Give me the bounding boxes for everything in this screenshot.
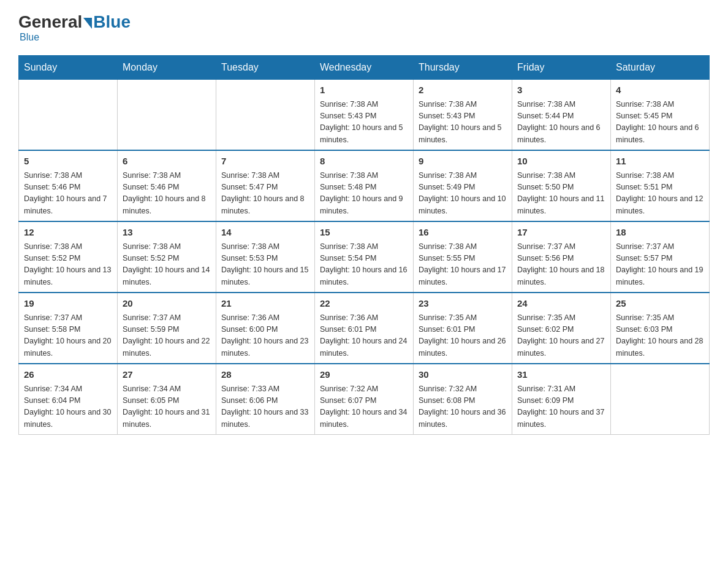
day-info: Sunrise: 7:38 AMSunset: 5:44 PMDaylight:… [517,99,605,147]
day-number: 4 [616,83,704,98]
day-number: 9 [419,155,507,169]
calendar-cell: 20Sunrise: 7:37 AMSunset: 5:59 PMDayligh… [118,293,216,364]
day-info: Sunrise: 7:34 AMSunset: 6:05 PMDaylight:… [123,383,211,431]
calendar-cell: 10Sunrise: 7:38 AMSunset: 5:50 PMDayligh… [512,150,611,221]
logo-arrow-icon [83,18,92,29]
calendar-cell: 8Sunrise: 7:38 AMSunset: 5:48 PMDaylight… [315,150,414,221]
day-number: 30 [419,368,507,382]
calendar-cell: 3Sunrise: 7:38 AMSunset: 5:44 PMDaylight… [512,80,611,151]
calendar-cell: 2Sunrise: 7:38 AMSunset: 5:43 PMDaylight… [414,80,512,151]
calendar-cell: 19Sunrise: 7:37 AMSunset: 5:58 PMDayligh… [19,293,118,364]
day-info: Sunrise: 7:32 AMSunset: 6:07 PMDaylight:… [320,383,408,431]
calendar-cell: 16Sunrise: 7:38 AMSunset: 5:55 PMDayligh… [414,221,512,293]
calendar-cell: 21Sunrise: 7:36 AMSunset: 6:00 PMDayligh… [216,293,315,364]
col-header-monday: Monday [118,56,216,80]
day-number: 31 [517,368,605,382]
day-info: Sunrise: 7:37 AMSunset: 5:57 PMDaylight:… [616,241,704,289]
day-info: Sunrise: 7:38 AMSunset: 5:52 PMDaylight:… [123,241,211,289]
day-info: Sunrise: 7:35 AMSunset: 6:02 PMDaylight:… [517,312,605,360]
day-info: Sunrise: 7:33 AMSunset: 6:06 PMDaylight:… [221,383,309,431]
calendar-cell: 25Sunrise: 7:35 AMSunset: 6:03 PMDayligh… [611,293,710,364]
calendar-cell: 22Sunrise: 7:36 AMSunset: 6:01 PMDayligh… [315,293,414,364]
day-number: 3 [517,83,605,98]
day-info: Sunrise: 7:34 AMSunset: 6:04 PMDaylight:… [24,383,112,431]
calendar-cell: 15Sunrise: 7:38 AMSunset: 5:54 PMDayligh… [315,221,414,293]
calendar-cell: 28Sunrise: 7:33 AMSunset: 6:06 PMDayligh… [216,364,315,435]
day-number: 17 [517,226,605,240]
calendar-cell: 7Sunrise: 7:38 AMSunset: 5:47 PMDaylight… [216,150,315,221]
calendar-table: SundayMondayTuesdayWednesdayThursdayFrid… [18,55,710,435]
day-info: Sunrise: 7:38 AMSunset: 5:43 PMDaylight:… [320,99,408,147]
calendar-cell: 18Sunrise: 7:37 AMSunset: 5:57 PMDayligh… [611,221,710,293]
day-number: 21 [221,297,309,311]
col-header-thursday: Thursday [414,56,512,80]
day-number: 7 [221,155,309,169]
calendar-cell [611,364,710,435]
col-header-wednesday: Wednesday [315,56,414,80]
day-info: Sunrise: 7:35 AMSunset: 6:01 PMDaylight:… [419,312,507,360]
calendar-cell: 12Sunrise: 7:38 AMSunset: 5:52 PMDayligh… [19,221,118,293]
calendar-cell [216,80,315,151]
day-info: Sunrise: 7:38 AMSunset: 5:52 PMDaylight:… [24,241,112,289]
day-number: 11 [616,155,704,169]
calendar-cell: 13Sunrise: 7:38 AMSunset: 5:52 PMDayligh… [118,221,216,293]
day-number: 27 [123,368,211,382]
calendar-cell: 11Sunrise: 7:38 AMSunset: 5:51 PMDayligh… [611,150,710,221]
calendar-cell [118,80,216,151]
day-info: Sunrise: 7:35 AMSunset: 6:03 PMDaylight:… [616,312,704,360]
day-info: Sunrise: 7:37 AMSunset: 5:58 PMDaylight:… [24,312,112,360]
col-header-friday: Friday [512,56,611,80]
day-info: Sunrise: 7:38 AMSunset: 5:47 PMDaylight:… [221,170,309,218]
day-info: Sunrise: 7:32 AMSunset: 6:08 PMDaylight:… [419,383,507,431]
calendar-cell: 14Sunrise: 7:38 AMSunset: 5:53 PMDayligh… [216,221,315,293]
day-info: Sunrise: 7:38 AMSunset: 5:48 PMDaylight:… [320,170,408,218]
day-info: Sunrise: 7:38 AMSunset: 5:43 PMDaylight:… [419,99,507,147]
day-info: Sunrise: 7:31 AMSunset: 6:09 PMDaylight:… [517,383,605,431]
calendar-cell: 24Sunrise: 7:35 AMSunset: 6:02 PMDayligh… [512,293,611,364]
day-number: 20 [123,297,211,311]
day-info: Sunrise: 7:38 AMSunset: 5:55 PMDaylight:… [419,241,507,289]
day-number: 15 [320,226,408,240]
day-number: 22 [320,297,408,311]
col-header-tuesday: Tuesday [216,56,315,80]
calendar-cell: 9Sunrise: 7:38 AMSunset: 5:49 PMDaylight… [414,150,512,221]
day-number: 2 [419,83,507,98]
calendar-cell: 29Sunrise: 7:32 AMSunset: 6:07 PMDayligh… [315,364,414,435]
day-number: 18 [616,226,704,240]
calendar-cell: 5Sunrise: 7:38 AMSunset: 5:46 PMDaylight… [19,150,118,221]
day-info: Sunrise: 7:36 AMSunset: 6:00 PMDaylight:… [221,312,309,360]
day-number: 8 [320,155,408,169]
col-header-sunday: Sunday [19,56,118,80]
calendar-cell: 30Sunrise: 7:32 AMSunset: 6:08 PMDayligh… [414,364,512,435]
day-number: 29 [320,368,408,382]
day-info: Sunrise: 7:38 AMSunset: 5:46 PMDaylight:… [123,170,211,218]
day-number: 16 [419,226,507,240]
day-number: 24 [517,297,605,311]
day-info: Sunrise: 7:38 AMSunset: 5:50 PMDaylight:… [517,170,605,218]
day-number: 12 [24,226,112,240]
calendar-cell: 1Sunrise: 7:38 AMSunset: 5:43 PMDaylight… [315,80,414,151]
day-info: Sunrise: 7:38 AMSunset: 5:51 PMDaylight:… [616,170,704,218]
day-number: 13 [123,226,211,240]
col-header-saturday: Saturday [611,56,710,80]
day-number: 14 [221,226,309,240]
day-info: Sunrise: 7:38 AMSunset: 5:49 PMDaylight:… [419,170,507,218]
page-header: General Blue Blue [18,12,710,43]
calendar-cell: 4Sunrise: 7:38 AMSunset: 5:45 PMDaylight… [611,80,710,151]
day-info: Sunrise: 7:37 AMSunset: 5:59 PMDaylight:… [123,312,211,360]
day-number: 10 [517,155,605,169]
logo-blue-text: Blue [93,12,131,32]
day-info: Sunrise: 7:38 AMSunset: 5:45 PMDaylight:… [616,99,704,147]
calendar-cell: 23Sunrise: 7:35 AMSunset: 6:01 PMDayligh… [414,293,512,364]
day-number: 28 [221,368,309,382]
logo-subtitle: Blue [20,32,39,43]
day-number: 23 [419,297,507,311]
day-info: Sunrise: 7:37 AMSunset: 5:56 PMDaylight:… [517,241,605,289]
calendar-cell: 17Sunrise: 7:37 AMSunset: 5:56 PMDayligh… [512,221,611,293]
day-number: 26 [24,368,112,382]
calendar-cell [19,80,118,151]
day-info: Sunrise: 7:38 AMSunset: 5:53 PMDaylight:… [221,241,309,289]
calendar-cell: 31Sunrise: 7:31 AMSunset: 6:09 PMDayligh… [512,364,611,435]
day-number: 5 [24,155,112,169]
day-info: Sunrise: 7:38 AMSunset: 5:54 PMDaylight:… [320,241,408,289]
